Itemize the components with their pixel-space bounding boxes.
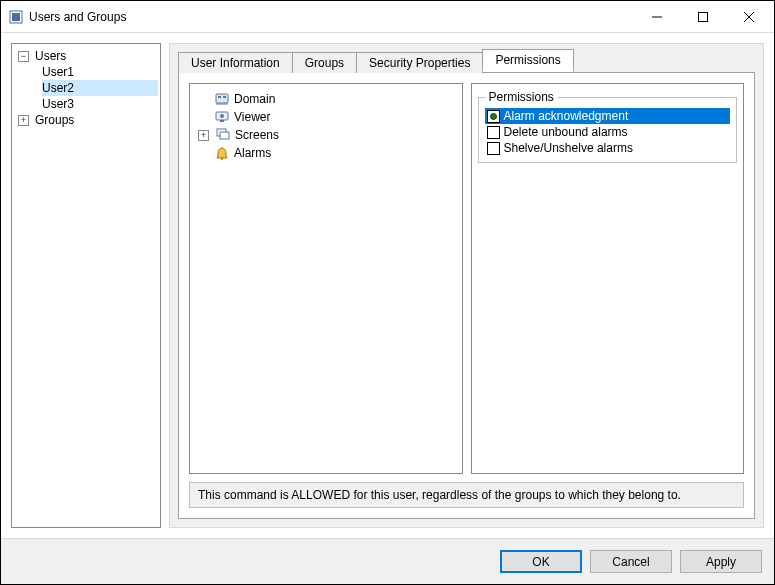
app-icon — [9, 10, 23, 24]
expand-toggle-icon[interactable]: − — [18, 51, 29, 62]
tab-permissions[interactable]: Permissions — [482, 49, 573, 72]
tab-security-properties[interactable]: Security Properties — [356, 52, 483, 73]
tree-label: User2 — [42, 81, 74, 95]
tree-label: Groups — [35, 113, 74, 127]
permissions-legend: Permissions — [485, 90, 558, 104]
tree-label: Users — [35, 49, 66, 63]
category-node-screens[interactable]: + Screens — [194, 126, 458, 144]
tab-user-information[interactable]: User Information — [178, 52, 293, 73]
svg-rect-6 — [216, 94, 228, 103]
body: − Users User1 User2 User3 + Groups — [1, 33, 774, 538]
expand-toggle-icon[interactable]: + — [18, 115, 29, 126]
viewer-icon — [214, 109, 230, 125]
titlebar: Users and Groups — [1, 1, 774, 33]
svg-rect-1 — [12, 13, 20, 21]
expand-toggle-icon[interactable]: + — [198, 130, 209, 141]
category-tree-panel[interactable]: Domain Viewer — [189, 83, 463, 474]
permissions-columns: Domain Viewer — [189, 83, 744, 474]
tab-groups[interactable]: Groups — [292, 52, 357, 73]
tab-bar: User Information Groups Security Propert… — [178, 50, 755, 72]
cancel-button[interactable]: Cancel — [590, 550, 672, 573]
svg-rect-3 — [699, 12, 708, 21]
alarms-icon — [214, 145, 230, 161]
svg-rect-14 — [220, 132, 229, 139]
status-message: This command is ALLOWED for this user, r… — [189, 482, 744, 508]
apply-button[interactable]: Apply — [680, 550, 762, 573]
tab-content-permissions: Domain Viewer — [178, 72, 755, 519]
permission-item[interactable]: Delete unbound alarms — [485, 124, 731, 140]
category-node-alarms[interactable]: Alarms — [212, 144, 458, 162]
category-node-domain[interactable]: Domain — [212, 90, 458, 108]
permission-label: Delete unbound alarms — [504, 125, 628, 139]
tree-label: Screens — [235, 128, 279, 142]
domain-icon — [214, 91, 230, 107]
ok-button[interactable]: OK — [500, 550, 582, 573]
svg-rect-11 — [220, 120, 224, 122]
permissions-group: Permissions Alarm acknowledgment Delete … — [478, 90, 738, 163]
checkbox-icon[interactable] — [487, 110, 500, 123]
tree-label: Alarms — [234, 146, 271, 160]
svg-point-12 — [220, 114, 224, 118]
svg-rect-8 — [223, 96, 226, 98]
tree-node-user[interactable]: User1 — [42, 64, 158, 80]
svg-rect-7 — [218, 96, 221, 98]
checkbox-icon[interactable] — [487, 142, 500, 155]
maximize-button[interactable] — [680, 2, 726, 32]
checkbox-icon[interactable] — [487, 126, 500, 139]
window-root: Users and Groups − Users User1 — [0, 0, 775, 585]
tree-node-groups[interactable]: + Groups — [14, 112, 158, 128]
tree-label: User3 — [42, 97, 74, 111]
permission-label: Alarm acknowledgment — [504, 109, 629, 123]
tree-node-user[interactable]: User2 — [42, 80, 158, 96]
permission-label: Shelve/Unshelve alarms — [504, 141, 633, 155]
main-area: User Information Groups Security Propert… — [169, 43, 764, 528]
permission-item[interactable]: Shelve/Unshelve alarms — [485, 140, 731, 156]
permissions-panel: Permissions Alarm acknowledgment Delete … — [471, 83, 745, 474]
footer: OK Cancel Apply — [1, 538, 774, 584]
tree-node-users[interactable]: − Users — [14, 48, 158, 64]
tree-children-users: User1 User2 User3 — [42, 64, 158, 112]
left-tree-panel[interactable]: − Users User1 User2 User3 + Groups — [11, 43, 161, 528]
window-title: Users and Groups — [29, 10, 126, 24]
close-button[interactable] — [726, 2, 772, 32]
svg-point-15 — [221, 158, 223, 160]
tree-label: Viewer — [234, 110, 270, 124]
tree-label: User1 — [42, 65, 74, 79]
category-node-viewer[interactable]: Viewer — [212, 108, 458, 126]
tree-label: Domain — [234, 92, 275, 106]
tree-node-user[interactable]: User3 — [42, 96, 158, 112]
screens-icon — [215, 127, 231, 143]
minimize-button[interactable] — [634, 2, 680, 32]
permission-item[interactable]: Alarm acknowledgment — [485, 108, 731, 124]
